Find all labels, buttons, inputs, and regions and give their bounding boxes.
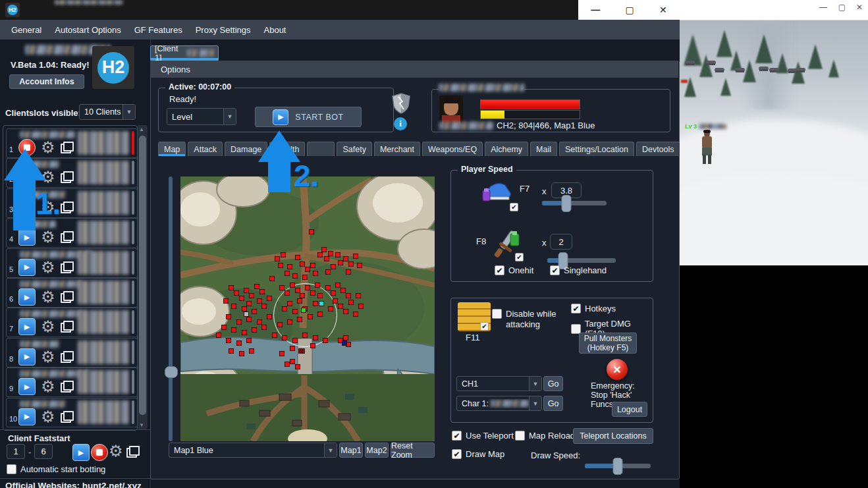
tab-weapons-eq[interactable]: Weapons/EQ (422, 142, 483, 156)
slot-copy-icon[interactable] (61, 411, 74, 423)
slot-gear-icon[interactable]: ⚙ (41, 349, 55, 365)
slot-gear-icon[interactable]: ⚙ (41, 229, 55, 245)
slot-gear-icon[interactable]: ⚙ (41, 319, 55, 335)
wolf-mob[interactable] (685, 61, 695, 65)
maximize-button[interactable]: ▢ (626, 5, 634, 15)
onehit-checkbox[interactable]: ✔ (495, 265, 504, 275)
map-reload-checkbox[interactable] (515, 431, 525, 441)
tab-alchemy[interactable]: Alchemy (485, 142, 528, 156)
autostart-checkbox-row[interactable]: Automatic start botting (7, 464, 105, 474)
shoe-checkbox[interactable]: ✔ (510, 203, 518, 211)
wolf-mob[interactable] (706, 61, 716, 65)
disable-while-attacking-row[interactable]: Disable while attacking (492, 309, 566, 331)
client-slot-10[interactable]: 10▶⚙ (6, 398, 138, 427)
onehit-row[interactable]: ✔ Onehit (495, 265, 533, 275)
hotkeys-checkbox[interactable]: ✔ (571, 304, 581, 313)
tab-mail[interactable]: Mail (530, 142, 557, 156)
hotkeys-row[interactable]: ✔ Hotkeys (571, 304, 616, 313)
f8-value-input[interactable]: 2 (550, 234, 572, 250)
account-infos-button[interactable]: Account Infos (9, 74, 84, 89)
client-slot-7[interactable]: 7▶⚙ (6, 308, 138, 337)
slot-copy-icon[interactable] (61, 321, 74, 333)
map-zoom-slider-handle[interactable] (165, 366, 178, 378)
game-minimize-button[interactable]: — (819, 3, 827, 12)
f7-slider-handle[interactable] (562, 195, 572, 212)
slot-copy-icon[interactable] (61, 291, 74, 303)
char-go-button[interactable]: Go (543, 396, 563, 411)
f7-slider[interactable] (542, 201, 607, 205)
draw-map-checkbox[interactable]: ✔ (452, 449, 462, 459)
faststart-copy-icon[interactable] (126, 446, 140, 458)
tab-settings-location[interactable]: Settings/Location (559, 142, 634, 156)
wolf-mob[interactable] (769, 68, 779, 72)
mode-dropdown[interactable]: Level ▼ (167, 108, 236, 125)
menu-item-about[interactable]: About (258, 22, 292, 38)
close-button[interactable]: ✕ (659, 5, 667, 15)
use-teleport-checkbox[interactable]: ✔ (452, 431, 462, 441)
scroll-down-icon[interactable]: ▼ (139, 422, 144, 428)
slot-copy-icon[interactable] (61, 351, 74, 363)
tab-safety[interactable]: Safety (337, 142, 371, 156)
tab-obscured[interactable] (307, 142, 335, 156)
menu-item-general[interactable]: General (5, 22, 47, 38)
tab-map[interactable]: Map (158, 142, 186, 156)
slot-play-button[interactable]: ▶ (18, 229, 36, 246)
client-tab[interactable]: [Client 1] (150, 45, 219, 61)
slot-gear-icon[interactable]: ⚙ (41, 379, 55, 394)
wall-checkbox[interactable]: ✔ (480, 322, 489, 331)
draw-speed-slider[interactable] (585, 464, 651, 468)
slot-copy-icon[interactable] (61, 171, 74, 183)
slot-scrollbar[interactable]: ▲ ▼ (138, 125, 148, 429)
slot-gear-icon[interactable]: ⚙ (41, 289, 55, 305)
sword-checkbox[interactable]: ✔ (515, 253, 524, 261)
use-teleport-row[interactable]: ✔ Use Teleport (452, 431, 514, 441)
map2-button[interactable]: Map2 (365, 443, 389, 458)
slot-copy-icon[interactable] (61, 231, 74, 243)
autostart-checkbox[interactable] (7, 464, 16, 474)
teleport-locations-button[interactable]: Teleport Locations (573, 428, 653, 444)
reset-zoom-button[interactable]: Reset Zoom (391, 443, 435, 458)
faststart-to-input[interactable]: 6 (34, 444, 53, 459)
info-icon[interactable]: i (394, 117, 407, 130)
faststart-stop-button[interactable] (91, 444, 108, 461)
player-character[interactable] (698, 131, 715, 164)
slot-gear-icon[interactable]: ⚙ (41, 409, 55, 425)
tab-attack[interactable]: Attack (188, 142, 223, 156)
emergency-stop-icon[interactable]: ✕ (607, 359, 628, 380)
slot-play-button[interactable]: ▶ (18, 318, 36, 335)
start-bot-button[interactable]: ▶ START BOT (255, 107, 362, 127)
wolf-mob[interactable] (715, 68, 724, 72)
faststart-play-button[interactable]: ▶ (72, 444, 90, 461)
singlehand-checkbox[interactable]: ✔ (550, 265, 560, 275)
game-maximize-button[interactable]: ▢ (838, 3, 846, 12)
map-reload-row[interactable]: Map Reload (515, 431, 575, 441)
minimize-button[interactable]: — (591, 5, 600, 15)
singlehand-row[interactable]: ✔ Singlehand (550, 265, 607, 275)
wolf-mob[interactable] (796, 68, 805, 72)
faststart-gear-icon[interactable]: ⚙ (109, 443, 123, 459)
faststart-from-input[interactable]: 1 (7, 444, 25, 459)
ch-dropdown[interactable]: CH1 ▼ (456, 376, 542, 391)
slot-play-button[interactable]: ▶ (18, 378, 36, 395)
client-slot-5[interactable]: 5▶⚙ (6, 248, 138, 278)
scroll-up-icon[interactable]: ▲ (139, 126, 144, 132)
ch-go-button[interactable]: Go (543, 376, 563, 391)
slot-play-button[interactable]: ▶ (18, 288, 36, 306)
logout-button[interactable]: Logout (612, 402, 647, 417)
client-slot-9[interactable]: 9▶⚙ (6, 367, 138, 397)
wolf-mob[interactable] (759, 67, 769, 70)
wolf-mob[interactable] (735, 68, 745, 72)
slot-play-button[interactable]: ▶ (18, 348, 36, 366)
char-dropdown[interactable]: Char 1: ▼ (456, 396, 542, 411)
clientslots-dropdown[interactable]: 10 Clients ▼ (79, 104, 136, 120)
slot-play-button[interactable]: ▶ (18, 408, 36, 425)
draw-map-row[interactable]: ✔ Draw Map (452, 449, 504, 459)
speed-sword-icon[interactable]: ✔ (491, 229, 525, 263)
target-dmg-checkbox[interactable] (571, 324, 581, 334)
tab-merchant[interactable]: Merchant (374, 142, 420, 156)
slot-copy-icon[interactable] (61, 381, 74, 393)
disable-while-attacking-checkbox[interactable] (492, 309, 502, 319)
map-zoom-slider-track[interactable] (169, 176, 173, 441)
slot-copy-icon[interactable] (61, 261, 74, 273)
map1-button[interactable]: Map1 (339, 443, 363, 458)
